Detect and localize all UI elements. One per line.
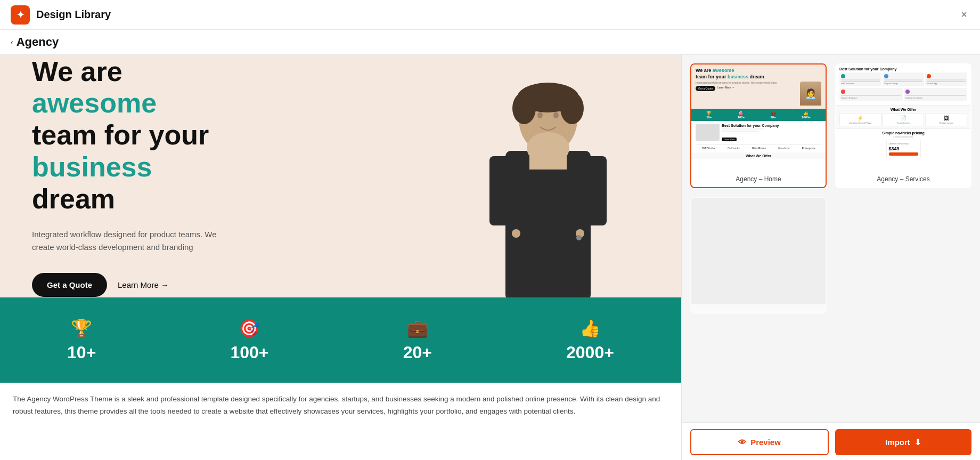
stat-item-1: 🏆 10+ xyxy=(67,318,96,362)
preview-label: Preview xyxy=(750,438,781,447)
thumbnails-grid: We are awesometeam for your business dre… xyxy=(690,63,971,314)
header-left: ✦ Design Library xyxy=(11,5,111,25)
thumbnail-empty-preview xyxy=(691,198,826,304)
stat-item-3: 💼 20+ xyxy=(403,318,432,362)
get-quote-button[interactable]: Get a Quote xyxy=(32,273,107,297)
target-icon: 🎯 xyxy=(230,318,268,338)
svg-point-10 xyxy=(576,235,582,240)
svg-rect-2 xyxy=(489,156,516,225)
hero-title-highlight1: awesome xyxy=(32,87,157,118)
thumbnail-preview-services: Best Solution for your Company Web Servi… xyxy=(836,64,970,171)
import-button[interactable]: Import ⬇ xyxy=(835,429,971,455)
hero-title-part1: We are xyxy=(32,56,123,87)
stat-value-3: 20+ xyxy=(403,343,432,362)
learn-more-button[interactable]: Learn More → xyxy=(118,280,169,289)
stats-bar: 🏆 10+ 🎯 100+ 💼 20+ 👍 2000+ xyxy=(0,297,681,383)
thumbnails-area: We are awesometeam for your business dre… xyxy=(682,55,980,422)
hero-image xyxy=(447,68,649,297)
thumbnail-agency-services[interactable]: Best Solution for your Company Web Servi… xyxy=(835,63,971,188)
right-panel: We are awesometeam for your business dre… xyxy=(682,55,980,460)
stat-item-2: 🎯 100+ xyxy=(230,318,268,362)
svg-point-13 xyxy=(560,92,584,124)
thumbsup-icon: 👍 xyxy=(566,318,614,338)
stat-value-2: 100+ xyxy=(230,343,268,362)
svg-rect-1 xyxy=(505,151,591,297)
thumbnail-preview-home: We are awesometeam for your business dre… xyxy=(691,64,826,171)
main-content: We are awesome team for your business dr… xyxy=(0,55,980,460)
thumbnail-label-services: Agency – Services xyxy=(836,171,970,187)
import-icon: ⬇ xyxy=(914,438,921,447)
svg-rect-5 xyxy=(529,148,567,170)
trophy-icon: 🏆 xyxy=(67,318,96,338)
hero-section: We are awesome team for your business dr… xyxy=(0,55,681,297)
stat-value-4: 2000+ xyxy=(566,343,614,362)
stat-item-4: 👍 2000+ xyxy=(566,318,614,362)
stat-value-1: 10+ xyxy=(67,343,96,362)
svg-point-6 xyxy=(537,112,543,118)
thumbnail-label-placeholder xyxy=(691,304,826,313)
preview-button[interactable]: 👁 Preview xyxy=(690,429,829,455)
svg-point-7 xyxy=(553,112,559,118)
hero-buttons: Get a Quote Learn More → xyxy=(32,273,234,297)
action-bar: 👁 Preview Import ⬇ xyxy=(682,422,980,460)
import-label: Import xyxy=(885,438,910,447)
svg-point-12 xyxy=(512,92,536,124)
preview-icon: 👁 xyxy=(738,438,746,447)
app-title: Design Library xyxy=(36,9,111,21)
thumbnail-placeholder[interactable] xyxy=(690,197,827,314)
hero-title: We are awesome team for your business dr… xyxy=(32,56,234,215)
thumbnail-agency-home[interactable]: We are awesometeam for your business dre… xyxy=(690,63,827,188)
preview-panel: We are awesome team for your business dr… xyxy=(0,55,682,460)
svg-rect-3 xyxy=(580,156,607,225)
close-button[interactable]: × xyxy=(959,6,969,23)
back-arrow[interactable]: ‹ xyxy=(11,38,13,46)
breadcrumb: ‹ Agency xyxy=(0,30,980,55)
hero-title-part2: team for your xyxy=(32,119,209,150)
hero-subtitle: Integrated workflow designed for product… xyxy=(32,228,234,254)
hero-title-highlight2: business xyxy=(32,151,152,182)
section-title: Agency xyxy=(17,35,59,49)
hero-title-part3: dream xyxy=(32,183,115,214)
app-icon: ✦ xyxy=(11,5,30,25)
svg-point-8 xyxy=(512,229,520,238)
briefcase-icon: 💼 xyxy=(403,318,432,338)
thumbnail-label-home: Agency – Home xyxy=(691,171,826,187)
hero-content: We are awesome team for your business dr… xyxy=(0,55,266,297)
description-text: The Agency WordPress Theme is a sleek an… xyxy=(0,383,681,429)
header: ✦ Design Library × xyxy=(0,0,980,30)
